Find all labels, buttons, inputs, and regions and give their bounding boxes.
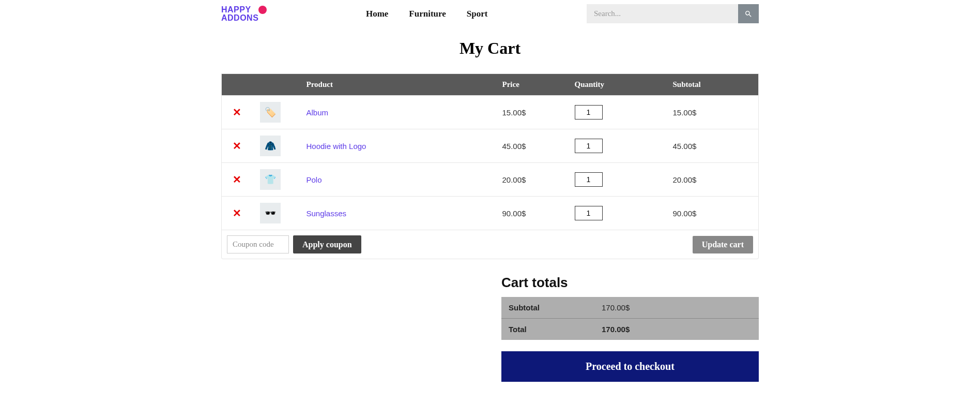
smiley-icon: [258, 6, 267, 14]
product-thumb[interactable]: 👕: [260, 169, 281, 190]
product-link[interactable]: Polo: [307, 175, 322, 184]
price-cell: 90.00$: [495, 197, 568, 230]
product-thumb[interactable]: 🕶️: [260, 203, 281, 223]
quantity-input[interactable]: [575, 139, 603, 153]
price-cell: 15.00$: [495, 96, 568, 129]
search-icon: [744, 10, 753, 18]
search-input[interactable]: [587, 4, 738, 23]
subtotal-cell: 20.00$: [666, 163, 759, 197]
totals-table: Subtotal 170.00$ Total 170.00$: [501, 297, 759, 340]
product-link[interactable]: Hoodie with Logo: [307, 142, 366, 151]
quantity-input[interactable]: [575, 172, 603, 187]
product-thumb[interactable]: 🧥: [260, 136, 281, 156]
apply-coupon-button[interactable]: Apply coupon: [293, 235, 361, 253]
logo[interactable]: HAPPY ADDONS: [221, 6, 267, 22]
cart-totals-title: Cart totals: [501, 275, 759, 291]
coupon-group: Apply coupon: [227, 235, 361, 253]
remove-button[interactable]: ✕: [233, 107, 241, 117]
page-title: My Cart: [221, 39, 759, 58]
remove-button[interactable]: ✕: [233, 174, 241, 185]
price-cell: 20.00$: [495, 163, 568, 197]
nav-home[interactable]: Home: [366, 9, 388, 19]
product-link[interactable]: Album: [307, 108, 329, 117]
product-thumb[interactable]: 🏷️: [260, 102, 281, 123]
subtotal-cell: 45.00$: [666, 129, 759, 163]
remove-button[interactable]: ✕: [233, 208, 241, 218]
col-remove: [222, 74, 253, 96]
cart-actions: Apply coupon Update cart: [221, 230, 759, 259]
subtotal-cell: 15.00$: [666, 96, 759, 129]
cart-totals: Cart totals Subtotal 170.00$ Total 170.0…: [501, 275, 759, 382]
table-row: ✕🏷️Album15.00$15.00$: [222, 96, 759, 129]
subtotal-cell: 90.00$: [666, 197, 759, 230]
product-link[interactable]: Sunglasses: [307, 209, 347, 218]
col-subtotal: Subtotal: [666, 74, 759, 96]
col-price: Price: [495, 74, 568, 96]
search: [587, 4, 759, 23]
coupon-input[interactable]: [227, 235, 289, 253]
checkout-button[interactable]: Proceed to checkout: [501, 351, 759, 382]
table-row: ✕🧥Hoodie with Logo45.00$45.00$: [222, 129, 759, 163]
table-row: ✕🕶️Sunglasses90.00$90.00$: [222, 197, 759, 230]
col-product: Product: [299, 74, 495, 96]
search-button[interactable]: [738, 4, 759, 23]
logo-line2: ADDONS: [221, 14, 258, 22]
price-cell: 45.00$: [495, 129, 568, 163]
col-thumb: [253, 74, 299, 96]
subtotal-value: 170.00$: [594, 297, 759, 319]
quantity-input[interactable]: [575, 105, 603, 120]
header: HAPPY ADDONS Home Furniture Sport: [221, 4, 759, 33]
table-row: ✕👕Polo20.00$20.00$: [222, 163, 759, 197]
subtotal-label: Subtotal: [501, 297, 594, 319]
nav-furniture[interactable]: Furniture: [409, 9, 446, 19]
nav-sport[interactable]: Sport: [467, 9, 488, 19]
logo-line1: HAPPY: [221, 6, 258, 14]
main-nav: Home Furniture Sport: [366, 9, 488, 19]
update-cart-button[interactable]: Update cart: [693, 236, 753, 253]
cart-table: Product Price Quantity Subtotal ✕🏷️Album…: [221, 73, 759, 230]
total-label: Total: [501, 319, 594, 340]
col-quantity: Quantity: [568, 74, 666, 96]
remove-button[interactable]: ✕: [233, 141, 241, 151]
quantity-input[interactable]: [575, 206, 603, 220]
total-value: 170.00$: [594, 319, 759, 340]
